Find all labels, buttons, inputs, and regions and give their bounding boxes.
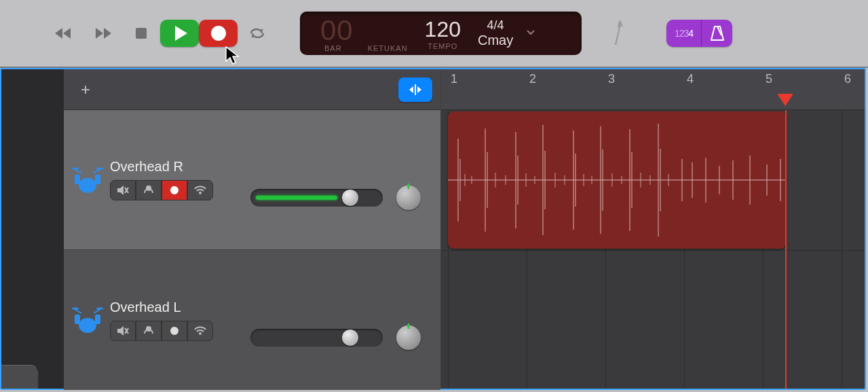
bottom-panel-handle[interactable] <box>1 365 39 389</box>
svg-point-8 <box>72 167 79 169</box>
tuner-button[interactable] <box>609 18 629 49</box>
svg-rect-0 <box>136 28 147 39</box>
signature-key-display[interactable]: 4/4 Cmay <box>478 18 513 48</box>
mouse-cursor-icon <box>225 46 240 68</box>
bar-number: 5 <box>766 72 772 86</box>
stop-button[interactable] <box>121 20 160 47</box>
track-name-label: Overhead L <box>110 300 213 315</box>
svg-line-19 <box>94 309 100 313</box>
mute-button[interactable] <box>110 180 136 200</box>
bar-number: 2 <box>529 72 536 86</box>
track-name-label: Overhead R <box>110 159 213 175</box>
playhead-marker[interactable] <box>777 94 793 106</box>
svg-point-9 <box>96 167 103 169</box>
lcd-display: 00 5. 2 BAR KETUKAN 120 TEMPO 4/4 Cmay <box>300 12 582 55</box>
pan-knob[interactable] <box>396 325 421 350</box>
lcd-menu-chevron[interactable] <box>525 26 536 40</box>
svg-line-7 <box>94 169 100 173</box>
play-icon <box>175 26 187 41</box>
cycle-button[interactable] <box>238 20 276 47</box>
bar-number: 1 <box>451 72 457 86</box>
time-signature: 4/4 <box>487 18 504 33</box>
track-row-overhead-l[interactable]: Overhead L <box>64 250 440 390</box>
audio-region[interactable] <box>448 111 786 249</box>
tempo-label: TEMPO <box>428 42 457 50</box>
svg-rect-17 <box>95 315 100 324</box>
input-monitor-button[interactable] <box>187 180 213 200</box>
solo-button[interactable] <box>136 180 162 200</box>
metronome-icon <box>709 24 725 42</box>
waveform-icon <box>448 111 786 249</box>
countin-button[interactable]: 1234 <box>666 20 702 47</box>
key-value: Cmay <box>478 33 513 48</box>
track-buttons-l <box>110 321 213 341</box>
main-area: + Overhead R <box>0 68 866 390</box>
svg-point-24 <box>146 326 151 332</box>
svg-point-20 <box>72 308 79 310</box>
arrange-area[interactable]: 1 2 3 4 5 6 <box>441 69 865 389</box>
catch-playhead-icon <box>407 83 423 96</box>
fast-forward-button[interactable] <box>83 20 121 47</box>
bar-label: BAR <box>324 44 342 52</box>
svg-point-3 <box>79 178 96 193</box>
position-padding: 00 <box>320 14 354 47</box>
tempo-value: 120 <box>425 17 461 42</box>
svg-point-12 <box>146 185 151 191</box>
svg-rect-16 <box>75 315 80 324</box>
solo-button[interactable] <box>136 321 162 341</box>
track-buttons-r <box>110 180 213 200</box>
playhead-triangle-icon <box>777 94 793 106</box>
metronome-group: 1234 <box>666 20 732 47</box>
pan-knob[interactable] <box>396 185 421 210</box>
volume-meter-fill <box>256 196 337 200</box>
svg-point-15 <box>79 318 96 333</box>
svg-line-6 <box>75 169 81 173</box>
position-display[interactable]: 00 5. 2 <box>320 14 354 47</box>
plus-icon: + <box>81 80 90 99</box>
svg-rect-2 <box>415 84 416 95</box>
record-enable-button[interactable] <box>162 321 187 341</box>
countin-digits: 1234 <box>675 28 693 39</box>
volume-knob[interactable] <box>342 329 358 346</box>
svg-rect-4 <box>75 175 80 184</box>
mute-button[interactable] <box>110 321 136 341</box>
record-enable-button[interactable] <box>162 180 187 200</box>
volume-slider[interactable] <box>250 189 383 207</box>
rewind-button[interactable] <box>44 20 83 47</box>
svg-point-1 <box>211 26 226 41</box>
bar-number: 3 <box>608 72 615 86</box>
playhead-line <box>785 110 787 389</box>
bar-number: 4 <box>687 72 694 86</box>
svg-point-21 <box>96 308 103 310</box>
tracks-panel: + Overhead R <box>64 69 441 389</box>
bar-number: 6 <box>844 72 851 86</box>
volume-knob[interactable] <box>342 190 358 206</box>
catch-playhead-button[interactable] <box>398 77 432 102</box>
track-row-overhead-r[interactable]: Overhead R <box>64 110 440 250</box>
svg-point-13 <box>170 186 178 194</box>
svg-line-18 <box>75 309 81 313</box>
svg-rect-5 <box>95 175 100 184</box>
svg-point-25 <box>170 327 178 335</box>
tempo-display[interactable]: 120 TEMPO <box>425 17 461 50</box>
transport-controls <box>44 20 276 47</box>
input-monitor-button[interactable] <box>187 321 213 341</box>
drumkit-icon <box>71 166 105 194</box>
metronome-button[interactable] <box>702 20 732 47</box>
add-track-button[interactable]: + <box>72 77 99 102</box>
toolbar: 00 5. 2 BAR KETUKAN 120 TEMPO 4/4 Cmay 1… <box>0 0 868 68</box>
tracks-header: + <box>64 69 440 110</box>
svg-point-14 <box>199 192 202 194</box>
play-button[interactable] <box>160 20 199 47</box>
beat-label: KETUKAN <box>368 44 408 52</box>
left-gutter <box>1 69 64 389</box>
svg-point-26 <box>199 332 202 335</box>
drumkit-icon <box>71 306 105 334</box>
record-button[interactable] <box>199 20 238 47</box>
volume-slider[interactable] <box>250 329 383 346</box>
timeline-ruler[interactable]: 1 2 3 4 5 6 <box>441 69 865 110</box>
